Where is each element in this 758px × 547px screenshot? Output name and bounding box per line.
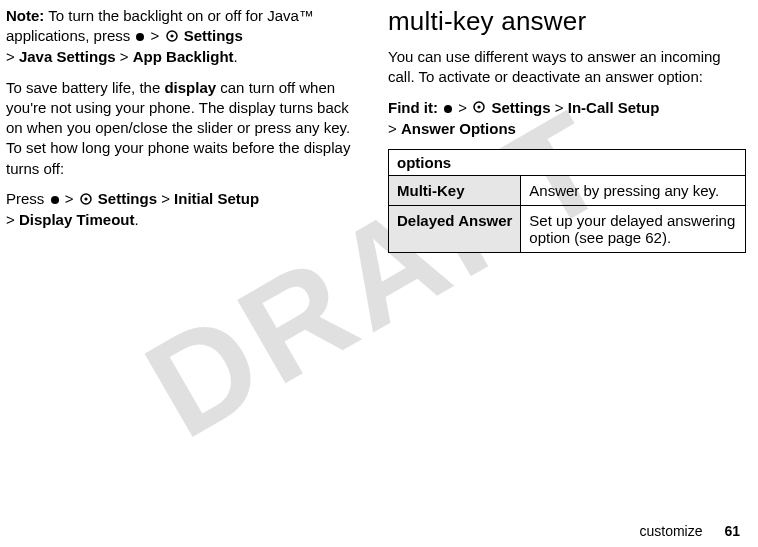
table-row: Delayed Answer Set up your delayed answe…: [389, 205, 746, 252]
note-text: To turn the backlight on or off for Java…: [6, 7, 314, 44]
nav-sep: >: [120, 48, 129, 65]
para2-bold: display: [164, 79, 216, 96]
option-name: Delayed Answer: [389, 205, 521, 252]
footer-label: customize: [640, 523, 703, 539]
svg-point-3: [84, 197, 87, 200]
intro-paragraph: You can use different ways to answer an …: [388, 47, 746, 88]
nav-incall-setup: In-Call Setup: [568, 99, 660, 116]
note-label: Note:: [6, 7, 44, 24]
page-footer: customize 61: [640, 523, 741, 539]
table-header-row: options: [389, 149, 746, 175]
svg-point-1: [170, 35, 173, 38]
option-desc: Set up your delayed answering option (se…: [521, 205, 746, 252]
findit-paragraph: Find it: > Settings > In-Call Setup > An…: [388, 98, 746, 139]
nav-sep: >: [161, 190, 170, 207]
nav-answer-options: Answer Options: [401, 120, 516, 137]
press-paragraph: Press > Settings > Initial Setup > Displ…: [6, 189, 364, 230]
right-column: multi-key answer You can use different w…: [388, 6, 746, 253]
nav-settings: Settings: [491, 99, 550, 116]
nav-sep: >: [6, 211, 15, 228]
nav-initial-setup: Initial Setup: [174, 190, 259, 207]
gear-icon: [80, 190, 92, 210]
left-column: Note: To turn the backlight on or off fo…: [6, 6, 364, 253]
nav-sep: >: [458, 99, 467, 116]
center-key-icon: [444, 105, 452, 113]
center-key-icon: [51, 196, 59, 204]
nav-display-timeout: Display Timeout: [19, 211, 135, 228]
gear-icon: [166, 27, 178, 47]
nav-sep: >: [65, 190, 74, 207]
nav-settings: Settings: [98, 190, 157, 207]
gear-icon: [473, 98, 485, 118]
options-header: options: [389, 149, 746, 175]
nav-settings: Settings: [184, 27, 243, 44]
page-columns: Note: To turn the backlight on or off fo…: [0, 0, 758, 253]
display-paragraph: To save battery life, the display can tu…: [6, 78, 364, 179]
nav-sep: >: [555, 99, 564, 116]
nav-sep: >: [151, 27, 160, 44]
nav-app-backlight: App Backlight: [133, 48, 234, 65]
para3a: Press: [6, 190, 49, 207]
findit-label: Find it:: [388, 99, 438, 116]
nav-java-settings: Java Settings: [19, 48, 116, 65]
center-key-icon: [136, 33, 144, 41]
svg-point-5: [478, 106, 481, 109]
table-row: Multi-Key Answer by pressing any key.: [389, 175, 746, 205]
page-number: 61: [724, 523, 740, 539]
note-paragraph: Note: To turn the backlight on or off fo…: [6, 6, 364, 68]
option-name: Multi-Key: [389, 175, 521, 205]
nav-sep: >: [388, 120, 397, 137]
options-table: options Multi-Key Answer by pressing any…: [388, 149, 746, 253]
option-desc: Answer by pressing any key.: [521, 175, 746, 205]
section-heading: multi-key answer: [388, 6, 746, 37]
para2a: To save battery life, the: [6, 79, 164, 96]
nav-sep: >: [6, 48, 15, 65]
